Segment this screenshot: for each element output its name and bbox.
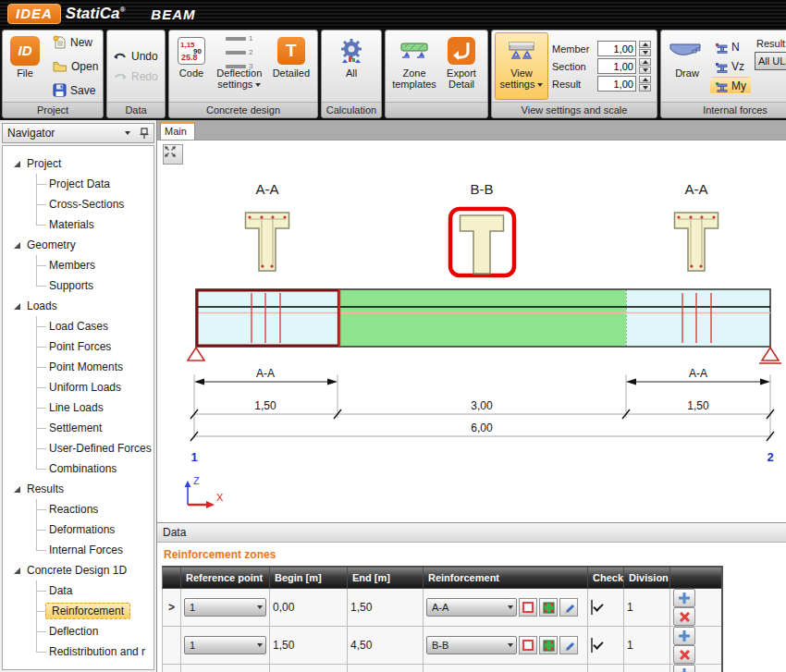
begin-cell[interactable]: 1,50 bbox=[270, 627, 348, 665]
reference-point-dropdown[interactable]: 1 bbox=[184, 636, 266, 654]
cross-section-aa-left[interactable] bbox=[246, 213, 289, 271]
nav-item-point-forces[interactable]: Point Forces bbox=[3, 336, 154, 357]
delete-x-icon bbox=[680, 612, 690, 622]
calculate-all-button[interactable]: All bbox=[332, 32, 371, 100]
force-vz-button[interactable]: Vz bbox=[710, 57, 751, 75]
nav-item-deflection[interactable]: Deflection bbox=[3, 621, 154, 641]
reinforcement-zone-2[interactable] bbox=[339, 289, 627, 347]
check-checkbox[interactable] bbox=[591, 600, 593, 615]
spin-down-icon bbox=[643, 68, 648, 72]
deflection-settings-button[interactable]: 1 2 3 Deflection settings bbox=[211, 32, 268, 100]
col-division: Division bbox=[624, 567, 670, 589]
file-button[interactable]: ID File bbox=[6, 32, 44, 100]
begin-cell[interactable]: 0,00 bbox=[270, 589, 348, 627]
nav-item-user-defined-forces[interactable]: User-Defined Forces bbox=[3, 438, 154, 458]
section-scale-input[interactable] bbox=[597, 58, 636, 74]
export-detail-button[interactable]: Export Detail bbox=[440, 32, 483, 100]
data-panel-header[interactable]: Data bbox=[157, 522, 786, 543]
zone-templates-button[interactable]: Zone templates bbox=[388, 32, 440, 100]
nav-item-project-data[interactable]: Project Data bbox=[3, 174, 154, 194]
dim-3-00: 3,00 bbox=[471, 399, 493, 412]
force-n-button[interactable]: N bbox=[710, 38, 751, 55]
zone-outline-button[interactable] bbox=[519, 636, 537, 654]
nav-item-uniform-loads[interactable]: Uniform Loads bbox=[3, 377, 154, 397]
nav-group-project[interactable]: Project bbox=[3, 153, 154, 174]
section-scale-stepper[interactable] bbox=[639, 58, 651, 74]
nav-item-members[interactable]: Members bbox=[3, 255, 154, 275]
nav-group-concrete-design[interactable]: Concrete Design 1D bbox=[3, 560, 154, 580]
nav-item-redistribution[interactable]: Redistribution and r bbox=[3, 641, 154, 662]
row-selector[interactable]: > bbox=[163, 589, 181, 627]
end-cell[interactable]: 1,50 bbox=[348, 589, 424, 627]
undo-icon bbox=[113, 51, 128, 62]
add-zone-button[interactable] bbox=[673, 665, 695, 672]
pin-icon[interactable] bbox=[140, 128, 149, 139]
nav-item-reactions[interactable]: Reactions bbox=[3, 499, 154, 519]
division-cell[interactable]: 1 bbox=[624, 589, 670, 627]
member-scale-stepper[interactable] bbox=[639, 41, 651, 56]
nav-item-internal-forces[interactable]: Internal Forces bbox=[3, 540, 154, 560]
division-cell[interactable]: 1 bbox=[624, 665, 670, 672]
vz-force-ibeam-icon bbox=[715, 59, 729, 73]
nav-item-line-loads[interactable]: Line Loads bbox=[3, 397, 154, 418]
new-button[interactable]: New bbox=[50, 34, 101, 51]
delete-zone-button[interactable] bbox=[673, 645, 695, 664]
reference-point-dropdown[interactable]: 1 bbox=[184, 598, 266, 617]
draw-button[interactable]: Draw bbox=[664, 32, 710, 100]
member-scale-input[interactable] bbox=[597, 41, 636, 56]
section-view-button[interactable] bbox=[539, 636, 558, 654]
section-view-button[interactable] bbox=[539, 598, 558, 617]
nav-item-deformations[interactable]: Deformations bbox=[3, 519, 154, 540]
result-scale-input[interactable] bbox=[597, 76, 636, 92]
reinforcement-dropdown[interactable]: A-A bbox=[426, 598, 517, 617]
delete-zone-button[interactable] bbox=[673, 607, 695, 626]
row-selector[interactable] bbox=[163, 665, 181, 672]
reinforcement-zone-3[interactable] bbox=[627, 289, 771, 347]
gear-icon bbox=[337, 36, 366, 66]
data-panel: Reinforcement zones Reference point Begi… bbox=[157, 543, 786, 672]
check-checkbox[interactable] bbox=[591, 638, 593, 653]
zone-outline-button[interactable] bbox=[519, 598, 537, 617]
result-class-dropdown[interactable]: All ULS Fun bbox=[755, 52, 786, 70]
add-zone-button[interactable] bbox=[673, 627, 695, 645]
zoom-fit-button[interactable] bbox=[163, 144, 183, 165]
nav-group-results[interactable]: Results bbox=[3, 479, 154, 499]
end-cell[interactable]: 0,00 bbox=[348, 665, 424, 672]
view-settings-button[interactable]: View settings bbox=[495, 32, 548, 100]
save-button[interactable]: Save bbox=[50, 82, 101, 98]
reinforcement-zone-1[interactable] bbox=[196, 289, 339, 347]
row-selector[interactable] bbox=[163, 627, 181, 665]
nav-item-combinations[interactable]: Combinations bbox=[3, 458, 154, 479]
chevron-down-icon[interactable] bbox=[125, 131, 130, 135]
division-cell[interactable]: 1 bbox=[624, 627, 670, 665]
end-cell[interactable]: 4,50 bbox=[348, 627, 424, 665]
nav-item-data[interactable]: Data bbox=[3, 580, 154, 601]
cross-section-aa-right[interactable] bbox=[675, 213, 718, 271]
force-my-button[interactable]: My bbox=[710, 77, 751, 94]
reinforcement-dropdown[interactable]: B-B bbox=[426, 636, 517, 654]
open-button[interactable]: Open bbox=[50, 59, 101, 74]
result-scale-stepper[interactable] bbox=[639, 76, 651, 92]
tab-main[interactable]: Main bbox=[160, 122, 195, 140]
nav-item-settlement[interactable]: Settlement bbox=[3, 418, 154, 438]
nav-item-materials[interactable]: Materials bbox=[3, 214, 154, 235]
edit-reinforcement-button[interactable] bbox=[559, 636, 578, 654]
beam-canvas[interactable]: A-A B-B A-A bbox=[157, 141, 786, 522]
undo-button[interactable]: Undo bbox=[110, 49, 161, 64]
begin-cell[interactable]: -1,50 bbox=[270, 665, 348, 672]
nav-item-supports[interactable]: Supports bbox=[3, 275, 154, 296]
nav-item-point-moments[interactable]: Point Moments bbox=[3, 357, 154, 377]
section-scale-label: Section bbox=[552, 61, 595, 72]
edit-reinforcement-button[interactable] bbox=[559, 598, 578, 617]
code-button[interactable]: 1,15 90 25.8 Code bbox=[172, 32, 211, 100]
redo-button[interactable]: Redo bbox=[110, 69, 161, 84]
nav-item-cross-sections[interactable]: Cross-Sections bbox=[3, 194, 154, 214]
cross-section-bb[interactable] bbox=[450, 209, 514, 275]
pencil-icon bbox=[563, 602, 575, 614]
add-zone-button[interactable] bbox=[673, 589, 695, 607]
nav-item-load-cases[interactable]: Load Cases bbox=[3, 316, 154, 336]
detailed-button[interactable]: T Detailed bbox=[268, 32, 314, 100]
nav-group-loads[interactable]: Loads bbox=[3, 296, 154, 316]
nav-group-geometry[interactable]: Geometry bbox=[3, 235, 154, 255]
nav-item-reinforcement[interactable]: Reinforcement bbox=[3, 601, 154, 621]
